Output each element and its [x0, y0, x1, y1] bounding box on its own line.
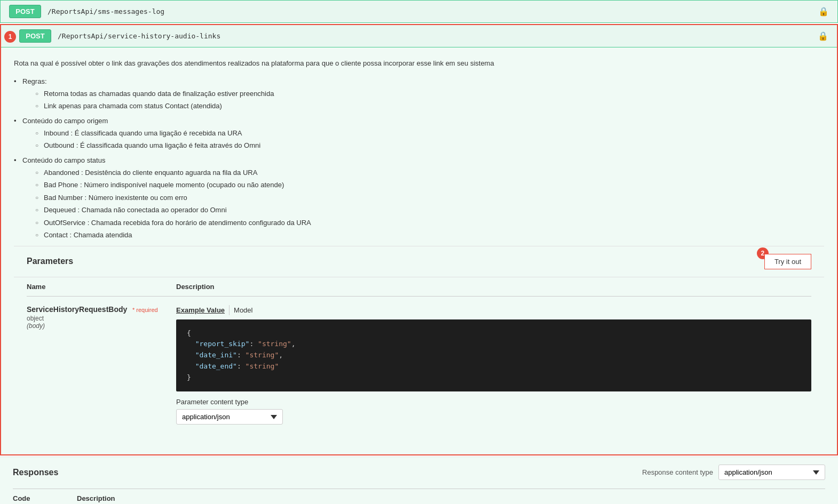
parameters-section: Parameters 2 Try it out Name Description [14, 246, 824, 444]
step-badge-1: 1 [4, 31, 16, 43]
code-line-5: } [187, 372, 801, 383]
code-line-3: "date_ini": "string", [187, 350, 801, 361]
origin-1: Inbound : É classificada quando uma liga… [35, 128, 824, 139]
parameters-title: Parameters [27, 257, 73, 266]
param-desc-col: Example Value Model { "report_skip": "st… [176, 305, 811, 425]
post-path-audio: /ReportsApi/service-history-audio-links [58, 32, 818, 40]
post-row-sms-messages[interactable]: POST /ReportsApi/sms-messages-log 🔒 [0, 0, 838, 23]
post-section-expanded: 1 POST /ReportsApi/service-history-audio… [0, 24, 838, 455]
lock-icon-audio: 🔒 [818, 31, 828, 41]
col-name-header: Name [27, 283, 176, 291]
content-type-select[interactable]: application/json [176, 409, 283, 425]
responses-section: Responses Response content type applicat… [0, 457, 838, 504]
origin-sub-list: Inbound : É classificada quando uma liga… [22, 128, 824, 151]
status-5: OutOfService : Chamada recebida fora do … [35, 218, 824, 228]
post-row-audio-links[interactable]: 1 POST /ReportsApi/service-history-audio… [1, 25, 837, 47]
example-model-tabs: Example Value Model [176, 305, 811, 315]
status-sub-list: Abandoned : Desistência do cliente enqua… [22, 167, 824, 241]
rules-item: Regras: Retorna todas as chamadas quando… [14, 77, 824, 111]
col-desc-resp-header: Description [77, 494, 825, 502]
try-it-out-button[interactable]: Try it out [764, 254, 811, 269]
rule-2: Link apenas para chamada com status Cont… [35, 101, 824, 111]
param-required: * required [132, 307, 158, 313]
rules-sub-list: Retorna todas as chamadas quando data de… [22, 89, 824, 111]
parameters-header: Parameters 2 Try it out [14, 246, 824, 277]
params-table: Name Description ServiceHistoryRequestBo… [14, 277, 824, 444]
expanded-content: Rota na qual é possível obter o link das… [1, 47, 837, 454]
param-location: (body) [27, 322, 176, 330]
col-desc-header: Description [176, 283, 811, 291]
lock-icon-sms: 🔒 [818, 6, 829, 17]
response-ct-select[interactable]: application/json [718, 465, 825, 480]
response-ct-label: Response content type [642, 468, 713, 476]
post-badge-audio: POST [19, 29, 51, 43]
code-block: { "report_skip": "string", "date_ini": "… [176, 319, 811, 392]
content-type-label: Parameter content type [176, 398, 811, 406]
status-4: Dequeued : Chamada não conectada ao oper… [35, 205, 824, 215]
origin-item: Conteúdo do campo origem Inbound : É cla… [14, 117, 824, 151]
param-name-col: ServiceHistoryRequestBody * required obj… [27, 305, 176, 425]
param-type: object [27, 315, 176, 322]
page-wrapper: POST /ReportsApi/sms-messages-log 🔒 1 PO… [0, 0, 838, 504]
example-value-tab[interactable]: Example Value [176, 305, 229, 315]
table-row: ServiceHistoryRequestBody * required obj… [27, 297, 811, 434]
post-badge-sms: POST [9, 5, 41, 18]
endpoint-description: Rota na qual é possível obter o link das… [14, 58, 824, 69]
rules-label: Regras: [22, 77, 47, 85]
responses-header: Responses Response content type applicat… [13, 465, 825, 480]
col-code-header: Code [13, 494, 77, 502]
code-line-2: "report_skip": "string", [187, 339, 801, 350]
code-line-1: { [187, 328, 801, 339]
model-tab[interactable]: Model [229, 305, 257, 315]
responses-table-header: Code Description [13, 489, 825, 504]
code-line-4: "date_end": "string" [187, 361, 801, 372]
rules-list: Regras: Retorna todas as chamadas quando… [14, 77, 824, 241]
post-path-sms: /ReportsApi/sms-messages-log [48, 7, 818, 15]
origin-2: Outbound : É classificada quando uma lig… [35, 140, 824, 151]
param-name: ServiceHistoryRequestBody [27, 305, 127, 314]
try-it-out-container: 2 Try it out [764, 254, 811, 269]
responses-table: Code Description [13, 489, 825, 504]
status-label: Conteúdo do campo status [22, 156, 105, 164]
rule-1: Retorna todas as chamadas quando data de… [35, 89, 824, 99]
origin-label: Conteúdo do campo origem [22, 117, 108, 125]
status-6: Contact : Chamada atendida [35, 230, 824, 241]
response-content-type: Response content type application/json [642, 465, 825, 480]
status-2: Bad Phone : Número indisponível naquele … [35, 180, 824, 190]
params-table-header: Name Description [27, 277, 811, 297]
status-3: Bad Number : Número inexistente ou com e… [35, 193, 824, 203]
status-1: Abandoned : Desistência do cliente enqua… [35, 167, 824, 178]
status-item: Conteúdo do campo status Abandoned : Des… [14, 156, 824, 241]
responses-title: Responses [13, 468, 58, 477]
